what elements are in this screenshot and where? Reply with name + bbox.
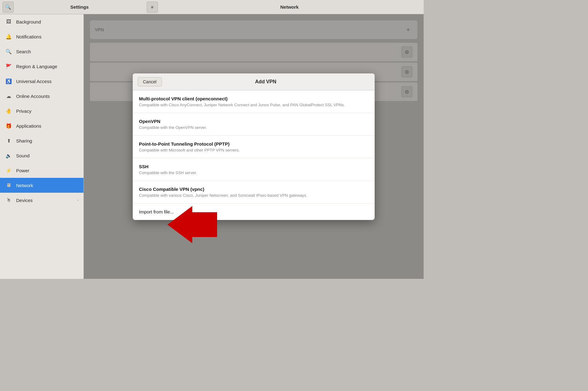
network-icon: 🖥 bbox=[5, 182, 12, 189]
vpn-option-desc: Compatible with the OpenVPN server. bbox=[139, 125, 368, 130]
sidebar-item-label: Notifications bbox=[16, 34, 78, 39]
vpn-option-desc: Compatible with the SSH server. bbox=[139, 170, 368, 175]
sidebar-item-notifications[interactable]: 🔔 Notifications bbox=[0, 29, 83, 44]
vpn-option-openconnect[interactable]: Multi-protocol VPN client (openconnect) … bbox=[133, 90, 375, 113]
search-icon: 🔍 bbox=[5, 4, 11, 10]
sidebar-item-label: Privacy bbox=[16, 108, 78, 114]
vpn-option-title: Multi-protocol VPN client (openconnect) bbox=[139, 96, 368, 101]
sidebar-item-universal-access[interactable]: ♿ Universal Access bbox=[0, 74, 83, 89]
sidebar-item-region[interactable]: 🚩 Region & Language bbox=[0, 59, 83, 74]
sidebar-item-sound[interactable]: 🔈 Sound bbox=[0, 148, 83, 163]
search-button[interactable]: 🔍 bbox=[2, 2, 14, 13]
vpn-option-title: OpenVPN bbox=[139, 119, 368, 124]
sidebar-item-power[interactable]: ⚡ Power bbox=[0, 163, 83, 178]
universal-access-icon: ♿ bbox=[5, 77, 12, 85]
vpn-option-desc: Compatible with various Cisco, Juniper N… bbox=[139, 193, 368, 198]
titlebar: 🔍 Settings ≡ Network bbox=[0, 0, 424, 14]
devices-icon: 🖱 bbox=[5, 196, 12, 204]
sound-icon: 🔈 bbox=[5, 152, 12, 159]
power-icon: ⚡ bbox=[5, 167, 12, 174]
sidebar-item-privacy[interactable]: 🤚 Privacy bbox=[0, 103, 83, 118]
sidebar-item-label: Applications bbox=[16, 123, 78, 129]
vpn-option-vpnc[interactable]: Cisco Compatible VPN (vpnc) Compatible w… bbox=[133, 181, 375, 204]
sidebar-item-label: Sound bbox=[16, 153, 78, 158]
notifications-icon: 🔔 bbox=[5, 33, 12, 40]
modal-overlay: Cancel Add VPN Multi-protocol VPN client… bbox=[84, 14, 424, 279]
background-icon: 🖼 bbox=[5, 18, 12, 25]
menu-button[interactable]: ≡ bbox=[147, 2, 158, 13]
sidebar-item-devices[interactable]: 🖱 Devices › bbox=[0, 193, 83, 208]
sidebar-item-sharing[interactable]: ⬆ Sharing bbox=[0, 133, 83, 148]
vpn-option-openvpn[interactable]: OpenVPN Compatible with the OpenVPN serv… bbox=[133, 113, 375, 136]
vpn-option-desc: Compatible with Cisco AnyConnect, Junipe… bbox=[139, 103, 368, 107]
add-vpn-modal: Cancel Add VPN Multi-protocol VPN client… bbox=[133, 73, 375, 220]
vpn-option-pptp[interactable]: Point-to-Point Tunneling Protocol (PPTP)… bbox=[133, 136, 375, 158]
page-title: Network bbox=[158, 4, 421, 10]
online-accounts-icon: ☁ bbox=[5, 92, 12, 100]
sidebar-item-network[interactable]: 🖥 Network bbox=[0, 178, 83, 193]
sidebar-item-online-accounts[interactable]: ☁ Online Accounts bbox=[0, 89, 83, 103]
vpn-option-ssh[interactable]: SSH Compatible with the SSH server. bbox=[133, 158, 375, 181]
modal-header: Cancel Add VPN bbox=[133, 73, 375, 90]
sidebar-item-background[interactable]: 🖼 Background bbox=[0, 14, 83, 29]
region-icon: 🚩 bbox=[5, 63, 12, 70]
chevron-right-icon: › bbox=[77, 198, 78, 202]
sharing-icon: ⬆ bbox=[5, 137, 12, 144]
sidebar-item-label: Universal Access bbox=[16, 79, 78, 84]
content-area: VPN + ⚙ ⚙ ⚙ Cancel Add VPN bbox=[84, 14, 424, 279]
sidebar-item-label: Search bbox=[16, 49, 78, 54]
sidebar-item-search[interactable]: 🔍 Search bbox=[0, 44, 83, 59]
sidebar: 🖼 Background 🔔 Notifications 🔍 Search 🚩 … bbox=[0, 14, 84, 279]
sidebar-item-label: Region & Language bbox=[16, 64, 78, 69]
modal-title: Add VPN bbox=[162, 79, 370, 85]
cancel-button[interactable]: Cancel bbox=[138, 77, 162, 86]
vpn-option-title: Cisco Compatible VPN (vpnc) bbox=[139, 187, 368, 192]
applications-icon: 🎁 bbox=[5, 122, 12, 130]
vpn-import-title: Import from file... bbox=[139, 209, 368, 214]
privacy-icon: 🤚 bbox=[5, 107, 12, 115]
vpn-option-desc: Compatible with Microsoft and other PPTP… bbox=[139, 148, 368, 152]
sidebar-item-label: Power bbox=[16, 168, 78, 173]
sidebar-item-label: Online Accounts bbox=[16, 94, 78, 99]
search-sidebar-icon: 🔍 bbox=[5, 48, 12, 55]
vpn-option-title: SSH bbox=[139, 164, 368, 169]
vpn-import-option[interactable]: Import from file... bbox=[133, 204, 375, 220]
main-layout: 🖼 Background 🔔 Notifications 🔍 Search 🚩 … bbox=[0, 14, 424, 279]
menu-icon: ≡ bbox=[151, 5, 154, 10]
settings-title: Settings bbox=[14, 4, 145, 10]
sidebar-item-label: Devices bbox=[16, 198, 77, 203]
modal-body: Multi-protocol VPN client (openconnect) … bbox=[133, 90, 375, 220]
vpn-option-title: Point-to-Point Tunneling Protocol (PPTP) bbox=[139, 141, 368, 147]
sidebar-item-label: Network bbox=[16, 183, 78, 188]
sidebar-item-label: Sharing bbox=[16, 138, 78, 143]
sidebar-item-applications[interactable]: 🎁 Applications bbox=[0, 118, 83, 133]
sidebar-item-label: Background bbox=[16, 19, 78, 24]
